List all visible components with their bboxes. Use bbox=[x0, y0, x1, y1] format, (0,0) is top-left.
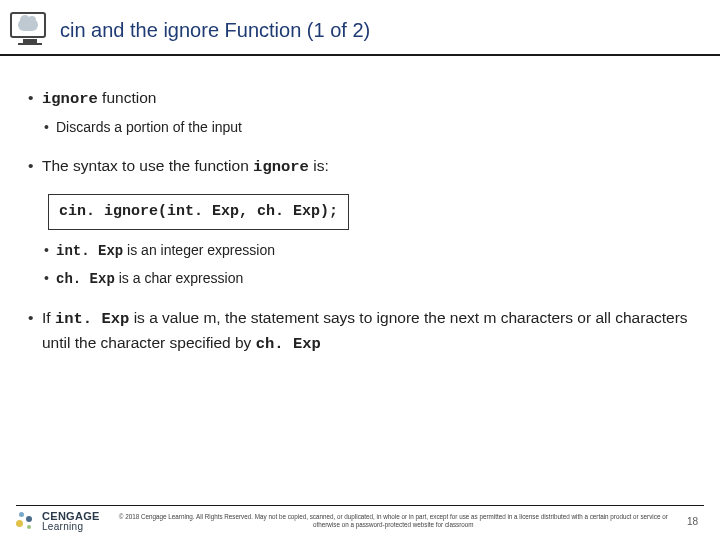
code-chexp-2: ch. Exp bbox=[256, 335, 321, 353]
text: is a value m, the statement says to igno… bbox=[42, 309, 688, 351]
text: is a char expression bbox=[115, 270, 243, 286]
code-ignore-2: ignore bbox=[253, 158, 309, 176]
bullet-explanation: If int. Exp is a value m, the statement … bbox=[28, 306, 692, 357]
copyright-text: © 2018 Cengage Learning. All Rights Rese… bbox=[110, 513, 677, 529]
text: function bbox=[98, 89, 157, 106]
text: is an integer expression bbox=[123, 242, 275, 258]
code-chexp: ch. Exp bbox=[56, 271, 115, 287]
slide-footer: CENGAGE Learning © 2018 Cengage Learning… bbox=[0, 499, 720, 540]
page-number: 18 bbox=[687, 516, 704, 527]
bullet-discards: Discards a portion of the input bbox=[28, 117, 692, 138]
cengage-logo: CENGAGE Learning bbox=[16, 510, 100, 532]
slide-title: cin and the ignore Function (1 of 2) bbox=[60, 19, 370, 42]
code-intexp: int. Exp bbox=[56, 243, 123, 259]
bullet-intexp: int. Exp is an integer expression bbox=[28, 240, 692, 262]
slide-header: cin and the ignore Function (1 of 2) bbox=[0, 0, 720, 56]
logo-brand-top: CENGAGE bbox=[42, 510, 100, 522]
bullet-chexp: ch. Exp is a char expression bbox=[28, 268, 692, 290]
text: The syntax to use the function bbox=[42, 157, 253, 174]
slide-content: ignore function Discards a portion of th… bbox=[0, 56, 720, 357]
bullet-syntax: The syntax to use the function ignore is… bbox=[28, 154, 692, 179]
text: If bbox=[42, 309, 55, 326]
monitor-cloud-icon bbox=[10, 12, 50, 48]
code-ignore: ignore bbox=[42, 90, 98, 108]
code-box-ignore-syntax: cin. ignore(int. Exp, ch. Exp); bbox=[48, 194, 349, 231]
bullet-ignore-function: ignore function bbox=[28, 86, 692, 111]
logo-mark-icon bbox=[16, 510, 38, 532]
text: is: bbox=[309, 157, 329, 174]
code-intexp-2: int. Exp bbox=[55, 310, 129, 328]
logo-brand-bottom: Learning bbox=[42, 522, 100, 532]
